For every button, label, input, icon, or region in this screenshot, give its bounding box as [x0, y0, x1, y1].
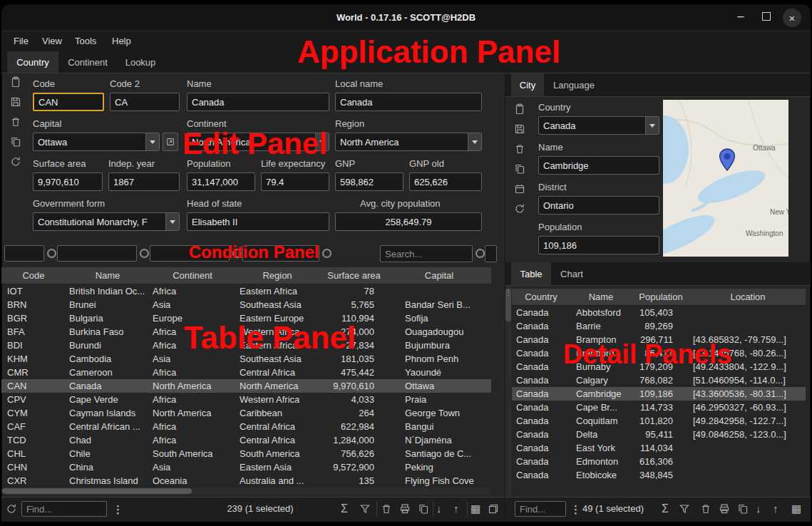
- tab-country[interactable]: Country: [7, 51, 58, 73]
- delete-icon[interactable]: [514, 143, 525, 155]
- column-header[interactable]: Capital: [389, 267, 490, 284]
- code-field[interactable]: [33, 93, 104, 111]
- table-row[interactable]: CanadaEtobicoke348,845: [512, 468, 806, 482]
- copy-icon[interactable]: [514, 163, 525, 175]
- copy-icon[interactable]: [10, 136, 21, 148]
- table-row[interactable]: TCDChadAfricaCentral Africa1,284,000N´Dj…: [1, 433, 491, 447]
- move-down-icon[interactable]: ↓: [756, 502, 761, 515]
- table-row[interactable]: CHNChinaAsiaEastern Asia9,572,900Peking: [1, 460, 491, 474]
- table-row[interactable]: CanadaBarrie89,269: [512, 319, 806, 333]
- column-header[interactable]: Country: [512, 289, 570, 305]
- table-row[interactable]: CYMCayman IslandsNorth AmericaCaribbean2…: [1, 406, 491, 420]
- menu-help[interactable]: Help: [112, 36, 131, 46]
- indep-year-field[interactable]: [108, 172, 180, 191]
- save-icon[interactable]: [10, 96, 21, 108]
- refresh-icon[interactable]: [514, 203, 525, 215]
- refresh-icon[interactable]: [6, 503, 17, 515]
- code2-field[interactable]: [110, 93, 180, 111]
- search-input[interactable]: [380, 245, 473, 262]
- paste-icon[interactable]: [514, 103, 525, 115]
- overflow-menu-icon[interactable]: ⋮: [113, 503, 123, 516]
- table-row[interactable]: CPVCape VerdeAfricaWestern Africa4,033Pr…: [1, 393, 491, 406]
- column-header[interactable]: Continent: [150, 267, 235, 284]
- column-header[interactable]: Code: [1, 267, 66, 284]
- copy-icon[interactable]: [418, 503, 429, 515]
- column-header[interactable]: Surface area: [319, 267, 389, 284]
- condition-field-name[interactable]: [57, 245, 137, 262]
- condition-toggle[interactable]: [476, 249, 485, 258]
- vertical-scrollbar[interactable]: ⋮: [505, 286, 511, 497]
- tab-city[interactable]: City: [511, 73, 544, 96]
- column-header[interactable]: Region: [235, 267, 319, 284]
- find-input[interactable]: [21, 501, 107, 517]
- condition-toggle[interactable]: [322, 249, 332, 258]
- tab-lookup[interactable]: Lookup: [117, 51, 164, 73]
- dropdown-arrow-icon[interactable]: [468, 133, 481, 150]
- table-row[interactable]: CAFCentral African ...AfricaCentral Afri…: [1, 420, 491, 433]
- map[interactable]: Ottawa New Yo Washington: [663, 100, 788, 257]
- table-row[interactable]: CanadaAbbotsford105,403: [512, 306, 806, 319]
- capital-combobox[interactable]: Ottawa: [33, 133, 160, 151]
- condition-toggle[interactable]: [140, 249, 149, 258]
- delete-icon[interactable]: [700, 503, 711, 515]
- condition-toggle[interactable]: [47, 249, 56, 258]
- paste-icon[interactable]: [10, 76, 21, 88]
- maximize-button[interactable]: [760, 10, 773, 23]
- menu-tools[interactable]: Tools: [75, 36, 96, 46]
- grid-icon[interactable]: ▦: [471, 502, 480, 515]
- tab-language[interactable]: Language: [544, 73, 604, 96]
- calendar-icon[interactable]: [514, 183, 525, 195]
- duplicate-icon[interactable]: [488, 503, 499, 515]
- sum-icon[interactable]: Σ: [341, 502, 348, 515]
- government-form-combobox[interactable]: Constitutional Monarchy, F: [33, 212, 180, 231]
- scrollbar-thumb[interactable]: [2, 488, 192, 494]
- table-row[interactable]: CanadaDelta95,411[49.0846258, -123.0...]: [512, 428, 806, 441]
- condition-stub-field[interactable]: [485, 245, 497, 262]
- move-down-icon[interactable]: ↓: [436, 502, 442, 515]
- table-row[interactable]: IOTBritish Indian Oc...AfricaEastern Afr…: [1, 284, 491, 298]
- menu-file[interactable]: File: [14, 36, 29, 46]
- print-icon[interactable]: [719, 503, 730, 515]
- open-capital-button[interactable]: [163, 133, 178, 151]
- column-header[interactable]: Name: [66, 267, 150, 284]
- dropdown-arrow-icon[interactable]: [145, 133, 159, 150]
- gnp-old-field[interactable]: [409, 172, 482, 191]
- surface-area-field[interactable]: [33, 172, 103, 191]
- table-row[interactable]: CanadaCoquitlam101,820[49.2842958, -122.…: [512, 414, 806, 428]
- detail-name-field[interactable]: [538, 156, 659, 175]
- move-up-icon[interactable]: ↑: [453, 502, 459, 515]
- column-header[interactable]: Location: [690, 289, 806, 305]
- dropdown-arrow-icon[interactable]: [645, 117, 659, 134]
- copy-icon[interactable]: [737, 503, 749, 515]
- head-of-state-field[interactable]: [187, 212, 329, 231]
- column-header[interactable]: Population: [632, 289, 690, 305]
- filter-icon[interactable]: [679, 503, 690, 515]
- tab-table[interactable]: Table: [511, 262, 551, 285]
- horizontal-scrollbar[interactable]: [1, 488, 490, 495]
- table-row[interactable]: BRNBruneiAsiaSoutheast Asia5,765Bandar S…: [1, 298, 491, 311]
- minimize-button[interactable]: –: [733, 9, 749, 24]
- sum-icon[interactable]: Σ: [662, 502, 669, 515]
- condition-field-code[interactable]: [4, 245, 44, 262]
- population-field[interactable]: [187, 172, 255, 191]
- filter-icon[interactable]: [359, 503, 371, 515]
- detail-country-combobox[interactable]: Canada: [538, 116, 659, 135]
- table-row[interactable]: CanadaEdmonton616,306: [512, 455, 806, 468]
- find-input[interactable]: [515, 501, 566, 517]
- local-name-field[interactable]: [335, 93, 482, 111]
- detail-district-field[interactable]: [538, 196, 659, 215]
- table-row[interactable]: CMRCameroonAfricaCentral Africa475,442Ya…: [1, 366, 491, 379]
- avg-city-population-field[interactable]: [335, 212, 482, 231]
- save-icon[interactable]: [514, 123, 525, 135]
- tab-chart[interactable]: Chart: [551, 262, 592, 285]
- delete-icon[interactable]: [10, 116, 21, 128]
- table-row[interactable]: CXRChristmas IslandOceaniaAustralia and …: [1, 474, 491, 488]
- column-header[interactable]: Name: [570, 289, 632, 305]
- table-row[interactable]: CanadaCambridge109,186[43.3600536, -80.3…: [512, 387, 806, 401]
- move-up-icon[interactable]: ↑: [773, 502, 778, 515]
- scrollbar-thumb[interactable]: ⋮: [505, 289, 511, 321]
- delete-icon[interactable]: [381, 503, 392, 515]
- detail-population-field[interactable]: [538, 236, 659, 254]
- menu-view[interactable]: View: [42, 36, 62, 46]
- tab-continent[interactable]: Continent: [58, 51, 117, 73]
